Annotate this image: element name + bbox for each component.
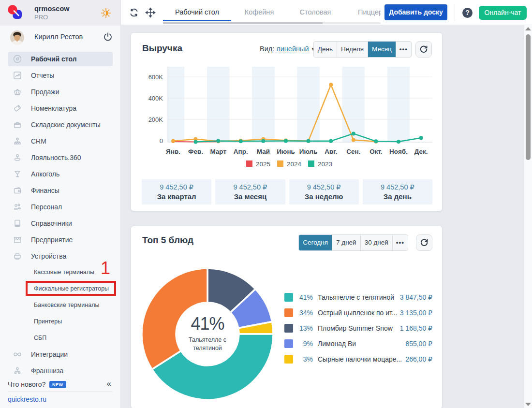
svg-text:Нояб.: Нояб. (389, 148, 408, 155)
svg-text:600K: 600K (148, 73, 163, 81)
svg-text:2025: 2025 (256, 160, 270, 168)
svg-text:Окт.: Окт. (369, 148, 382, 155)
svg-text:Сен.: Сен. (346, 148, 360, 155)
svg-text:Фев.: Фев. (188, 148, 203, 155)
svg-text:Март: Март (210, 148, 226, 155)
svg-text:Май: Май (257, 148, 270, 155)
svg-text:400K: 400K (148, 95, 163, 102)
svg-text:200K: 200K (148, 116, 163, 123)
svg-text:0: 0 (160, 137, 163, 145)
svg-text:2024: 2024 (287, 160, 302, 168)
svg-text:Авг.: Авг. (325, 148, 337, 155)
svg-text:Дек.: Дек. (414, 148, 428, 155)
svg-text:Июнь: Июнь (277, 148, 295, 155)
svg-text:Янв.: Янв. (166, 148, 180, 155)
svg-text:Апр.: Апр. (234, 148, 248, 155)
svg-text:2023: 2023 (318, 160, 332, 168)
svg-text:Июль: Июль (299, 148, 318, 155)
